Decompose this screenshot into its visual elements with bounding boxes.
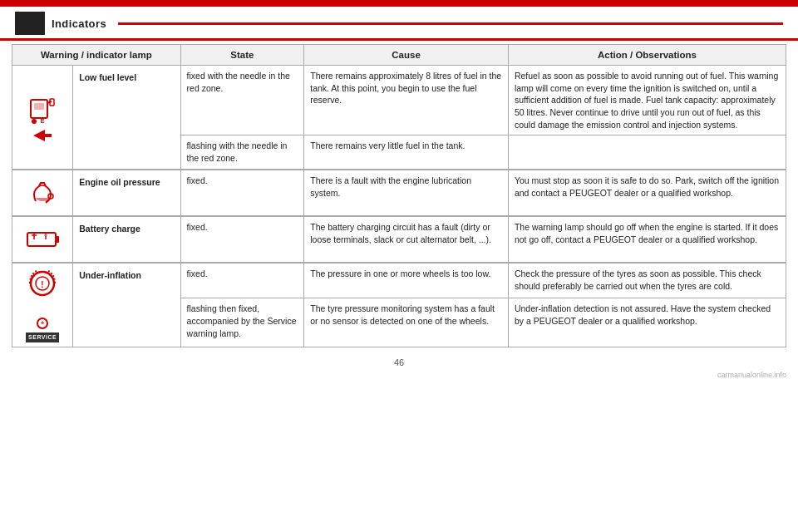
svg-point-4: [32, 119, 37, 124]
table-row: ! + SERVICE: [12, 263, 786, 298]
col-header-state: State: [180, 45, 304, 66]
oil-cause: There is a fault with the engine lubrica…: [304, 170, 509, 216]
col-header-action: Action / Observations: [508, 45, 786, 66]
svg-text:E: E: [41, 118, 45, 124]
tyre-action-2: Under-inflation detection is not assured…: [508, 298, 786, 347]
tyre-action-1: Check the pressure of the tyres as soon …: [508, 263, 786, 298]
svg-rect-3: [50, 99, 54, 106]
table-wrapper: Warning / indicator lamp State Cause Act…: [0, 41, 798, 354]
fuel-cause-1: There remains approximately 8 litres of …: [304, 66, 509, 135]
battery-icon-cell: [12, 216, 73, 263]
indicators-table: Warning / indicator lamp State Cause Act…: [12, 44, 786, 347]
table-row: Engine oil pressure fixed. There is a fa…: [12, 170, 786, 216]
oil-svg: [27, 178, 57, 208]
header-bar: [0, 0, 798, 7]
fuel-arrow-icon: [33, 130, 52, 141]
oil-action: You must stop as soon it is safe to do s…: [508, 170, 786, 216]
fuel-svg: E: [27, 93, 58, 125]
battery-state: fixed.: [180, 216, 304, 263]
oil-icon-cell: [12, 170, 73, 216]
fuel-icon-cell: E: [12, 66, 73, 170]
battery-name-cell: Battery charge: [73, 216, 180, 263]
page-number: 46: [0, 354, 798, 369]
page-title: Indicators: [52, 17, 106, 30]
service-label: SERVICE: [26, 332, 59, 342]
tyre-cause-1: The pressure in one or more wheels is to…: [304, 263, 509, 298]
fuel-name-cell: Low fuel level: [73, 66, 180, 170]
oil-icon: [18, 175, 66, 211]
tyre-state-2: flashing then fixed, accompanied by the …: [180, 298, 304, 347]
fuel-action-1: Refuel as soon as possible to avoid runn…: [508, 66, 786, 135]
tyre-icon-cell: ! + SERVICE: [12, 263, 73, 347]
tyre-svg: !: [27, 268, 58, 299]
battery-cause: The battery charging circuit has a fault…: [304, 216, 509, 263]
fuel-action-2: [508, 135, 786, 170]
svg-text:!: !: [41, 280, 43, 289]
page-wrapper: Indicators Warning / indicator lamp Stat…: [0, 0, 798, 381]
svg-marker-6: [33, 130, 52, 141]
tyre-state-1: fixed.: [180, 263, 304, 298]
tyre-cause-2: The tyre pressure monitoring system has …: [304, 298, 509, 347]
svg-rect-1: [34, 103, 44, 110]
title-sidebar: [15, 12, 45, 35]
svg-rect-9: [56, 236, 59, 243]
table-row: Battery charge fixed. The battery chargi…: [12, 216, 786, 263]
oil-name-cell: Engine oil pressure: [73, 170, 180, 216]
table-row: E Low fuel level fixed with the needle i…: [12, 66, 786, 135]
red-rule: [118, 22, 783, 25]
tyre-icon: ! + SERVICE: [18, 268, 66, 342]
fuel-icon: E: [18, 93, 66, 141]
oil-state: fixed.: [180, 170, 304, 216]
battery-name-label: Battery charge: [79, 224, 140, 234]
battery-svg: [26, 228, 59, 251]
fuel-cause-2: There remains very little fuel in the ta…: [304, 135, 509, 170]
tyre-name-label: Under-inflation: [79, 270, 141, 280]
battery-icon: [18, 221, 66, 258]
tyre-name-cell: Under-inflation: [73, 263, 180, 347]
col-header-cause: Cause: [304, 45, 509, 66]
col-header-lamp: Warning / indicator lamp: [12, 45, 181, 66]
fuel-state-2: flashing with the needle in the red zone…: [180, 135, 304, 170]
watermark: carmanualonline.info: [0, 369, 798, 381]
table-header-row: Warning / indicator lamp State Cause Act…: [12, 45, 786, 66]
oil-name-label: Engine oil pressure: [79, 177, 160, 187]
battery-action: The warning lamp should go off when the …: [508, 216, 786, 263]
fuel-name-label: Low fuel level: [79, 72, 136, 82]
fuel-state-1: fixed with the needle in the red zone.: [180, 66, 304, 135]
title-row: Indicators: [0, 7, 798, 41]
